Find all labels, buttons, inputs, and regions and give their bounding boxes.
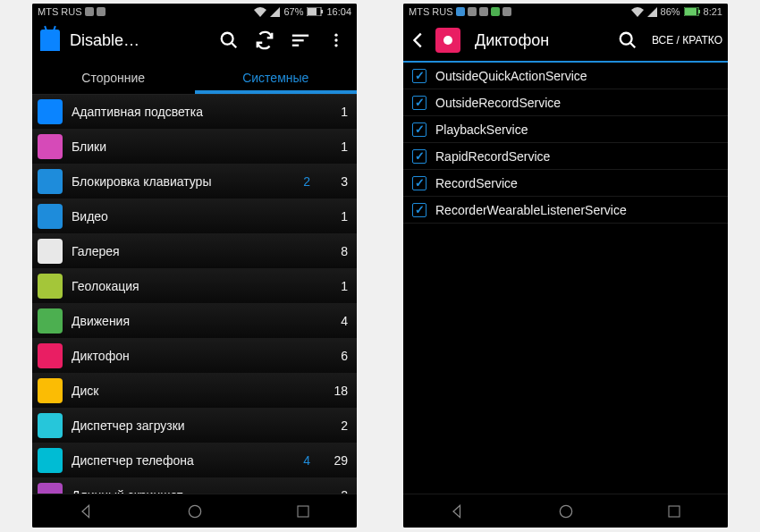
svg-point-9 <box>334 38 337 41</box>
search-icon[interactable] <box>618 30 638 50</box>
app-row-label: Движения <box>72 314 326 328</box>
refresh-icon[interactable] <box>255 30 274 50</box>
status-icon <box>97 7 106 16</box>
list-item[interactable]: Движения4 <box>32 304 357 339</box>
service-checkbox[interactable] <box>412 149 426 164</box>
svg-point-16 <box>621 33 632 45</box>
app-row-label: Диск <box>72 384 326 398</box>
carrier-label: MTS RUS <box>38 6 82 17</box>
app-row-icon <box>38 239 63 264</box>
app-row-count: 3 <box>326 174 348 189</box>
app-row-count: 18 <box>326 384 348 398</box>
nav-bar <box>403 494 728 528</box>
home-button[interactable] <box>185 502 205 521</box>
list-item[interactable]: Диспетчер телефона429 <box>32 443 357 478</box>
nav-bar <box>32 494 357 528</box>
app-row-label: Видео <box>72 209 326 224</box>
svg-line-4 <box>232 43 237 48</box>
signal-icon <box>647 7 657 17</box>
battery-icon <box>684 7 700 16</box>
app-row-count: 1 <box>326 279 348 293</box>
service-item[interactable]: OutsideQuickActionService <box>403 63 728 89</box>
back-button[interactable] <box>448 502 468 521</box>
list-item[interactable]: Галерея8 <box>32 234 357 269</box>
service-item[interactable]: PlaybackService <box>403 116 728 143</box>
status-icon <box>502 7 511 16</box>
list-item[interactable]: Блокировка клавиатуры23 <box>32 165 357 199</box>
overflow-icon[interactable] <box>326 30 346 50</box>
page-title: Диктофон <box>475 31 611 50</box>
svg-rect-1 <box>308 8 317 15</box>
service-checkbox[interactable] <box>412 96 426 110</box>
search-icon[interactable] <box>219 30 239 50</box>
recent-button[interactable] <box>293 502 313 521</box>
app-row-icon <box>38 274 63 299</box>
tab-system[interactable]: Системные <box>195 61 358 94</box>
carrier-label: MTS RUS <box>409 6 453 17</box>
back-button[interactable] <box>77 502 97 521</box>
app-row-label: Диспетчер загрузки <box>72 418 326 433</box>
svg-rect-5 <box>292 35 308 37</box>
service-checkbox[interactable] <box>412 69 426 83</box>
service-item[interactable]: RapidRecordService <box>403 143 728 170</box>
service-name: RecordService <box>435 176 518 190</box>
battery-icon <box>307 7 323 16</box>
phone-left: MTS RUS 67% 16:04 Disable… <box>32 4 357 528</box>
service-checkbox[interactable] <box>412 203 426 217</box>
svg-rect-19 <box>669 506 680 517</box>
service-checkbox[interactable] <box>412 122 426 137</box>
list-item[interactable]: Видео1 <box>32 199 357 234</box>
app-row-count: 1 <box>326 209 348 224</box>
app-row-icon <box>38 378 63 403</box>
wifi-icon <box>254 7 266 17</box>
service-item[interactable]: OutsideRecordService <box>403 89 728 116</box>
status-icon <box>456 7 465 16</box>
svg-rect-7 <box>292 45 299 46</box>
list-item[interactable]: Диктофон6 <box>32 339 357 374</box>
toggle-all-brief[interactable]: ВСЕ / КРАТКО <box>652 34 722 46</box>
service-name: RecorderWearableListenerService <box>435 203 627 217</box>
service-list[interactable]: OutsideQuickActionServiceOutsideRecordSe… <box>403 63 728 494</box>
app-row-count: 8 <box>326 244 348 258</box>
app-row-label: Адаптивная подсветка <box>72 105 326 119</box>
service-item[interactable]: RecordService <box>403 170 728 197</box>
tab-label: Системные <box>242 71 308 85</box>
svg-line-17 <box>630 43 636 48</box>
home-button[interactable] <box>556 502 576 521</box>
service-checkbox[interactable] <box>412 176 426 190</box>
app-row-badge: 4 <box>292 453 310 468</box>
tab-thirdparty[interactable]: Сторонние <box>32 61 195 94</box>
app-list[interactable]: Адаптивная подсветка1Блики1Блокировка кл… <box>32 95 357 494</box>
app-row-icon <box>38 169 63 194</box>
list-item[interactable]: Адаптивная подсветка1 <box>32 95 357 130</box>
action-bar: Диктофон ВСЕ / КРАТКО <box>403 20 728 61</box>
svg-point-11 <box>189 505 200 517</box>
service-name: RapidRecordService <box>435 149 550 164</box>
app-row-icon <box>38 483 63 494</box>
status-bar: MTS RUS 67% 16:04 <box>32 4 357 20</box>
list-item[interactable]: Длинный скриншот2 <box>32 478 357 494</box>
app-row-count: 4 <box>326 314 348 328</box>
status-icon <box>479 7 488 16</box>
list-item[interactable]: Блики1 <box>32 130 357 165</box>
app-row-label: Геолокация <box>72 279 326 293</box>
svg-rect-2 <box>321 10 323 13</box>
status-bar: MTS RUS 86% 8:21 <box>403 4 728 20</box>
sort-icon[interactable] <box>291 30 310 50</box>
service-item[interactable]: RecorderWearableListenerService <box>403 197 728 224</box>
app-title: Disable… <box>70 31 212 50</box>
svg-rect-15 <box>698 10 700 13</box>
app-row-label: Галерея <box>72 244 326 258</box>
tabs: Сторонние Системные <box>32 61 357 95</box>
list-item[interactable]: Диск18 <box>32 374 357 409</box>
app-row-label: Блики <box>72 139 326 154</box>
recent-button[interactable] <box>664 502 684 521</box>
app-row-count: 1 <box>326 105 348 119</box>
app-icon <box>38 28 63 53</box>
app-row-icon <box>38 134 63 159</box>
back-icon[interactable] <box>409 30 428 50</box>
list-item[interactable]: Диспетчер загрузки2 <box>32 409 357 443</box>
app-row-badge: 2 <box>292 174 310 189</box>
list-item[interactable]: Геолокация1 <box>32 269 357 304</box>
app-row-icon <box>38 448 63 473</box>
